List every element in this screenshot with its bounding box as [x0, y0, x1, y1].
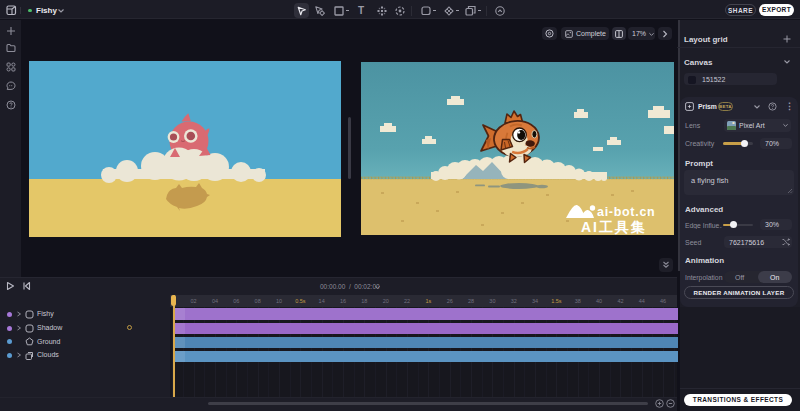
svg-text:ai-bot.cn: ai-bot.cn [597, 205, 655, 219]
svg-text:AI工具集: AI工具集 [581, 219, 647, 235]
